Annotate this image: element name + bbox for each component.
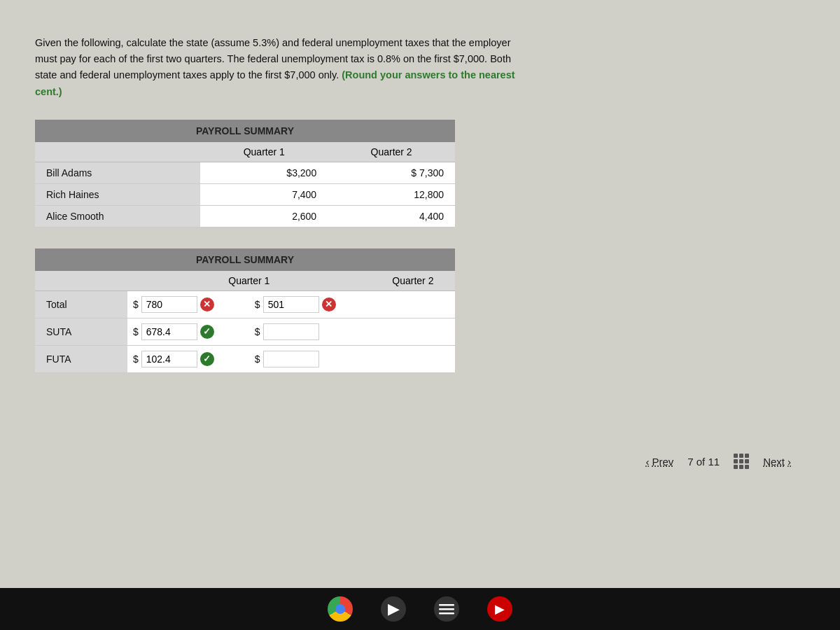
q1-value: 7,400 <box>200 183 328 205</box>
q1-input-cell: $ ✕ <box>127 290 249 318</box>
prev-chevron: ‹ <box>645 456 649 468</box>
navigation-bar: ‹ Prev 7 of 11 Next › <box>645 454 791 469</box>
employee-name: Bill Adams <box>35 162 200 183</box>
dollar-sign: $ <box>255 299 260 310</box>
page-total: 11 <box>708 456 720 468</box>
play-icon[interactable]: ▶ <box>381 596 406 622</box>
q2-value: 4,400 <box>328 205 455 227</box>
q2-value: 12,800 <box>328 183 455 205</box>
table-row: Rich Haines 7,400 12,800 <box>35 183 455 205</box>
row-label: SUTA <box>35 318 127 345</box>
svg-rect-0 <box>439 604 454 606</box>
menu-icon[interactable] <box>434 596 459 622</box>
q1-value: $3,200 <box>200 162 328 183</box>
q2-input-cell: $ <box>249 345 371 372</box>
correct-icon: ✓ <box>200 352 214 366</box>
page-info: 7 of 11 <box>687 456 720 468</box>
wrong-icon: ✕ <box>200 298 214 312</box>
prev-button[interactable]: ‹ Prev <box>645 456 673 468</box>
q2-input-cell: $ <box>249 318 371 345</box>
q2-input[interactable] <box>263 296 319 313</box>
table-row: Total $ ✕ $ ✕ <box>35 290 455 318</box>
q2-input[interactable] <box>263 323 319 340</box>
wrong-icon: ✕ <box>322 298 336 312</box>
table1-col2: Quarter 2 <box>328 142 455 162</box>
grid-icon[interactable] <box>734 454 749 469</box>
dollar-sign: $ <box>133 299 139 310</box>
q1-input-cell: $ ✓ <box>127 345 249 372</box>
q1-input[interactable] <box>141 351 197 368</box>
youtube-icon[interactable]: ▶ <box>487 596 512 622</box>
table-row: Alice Smooth 2,600 4,400 <box>35 205 455 227</box>
next-button[interactable]: Next › <box>763 456 791 468</box>
chrome-icon[interactable] <box>328 596 353 622</box>
payroll-table-1: PAYROLL SUMMARY Quarter 1 Quarter 2 Bill… <box>35 120 455 227</box>
row-label: FUTA <box>35 345 127 372</box>
prev-label: Prev <box>652 456 673 468</box>
svg-rect-1 <box>439 608 454 610</box>
question-text: Given the following, calculate the state… <box>35 35 525 100</box>
dollar-sign: $ <box>133 354 139 365</box>
next-label: Next <box>763 456 785 468</box>
next-chevron: › <box>788 456 791 468</box>
dollar-sign: $ <box>255 354 260 365</box>
table-row: Bill Adams $3,200 $ 7,300 <box>35 162 455 183</box>
page-current: 7 <box>687 456 693 468</box>
q1-input[interactable] <box>141 296 197 313</box>
dollar-sign: $ <box>133 326 139 337</box>
table2-col2: Quarter 2 <box>371 271 455 291</box>
employee-name: Rich Haines <box>35 183 200 205</box>
dollar-sign: $ <box>255 326 260 337</box>
table-row: SUTA $ ✓ $ <box>35 318 455 345</box>
table-row: FUTA $ ✓ $ <box>35 345 455 372</box>
q1-value: 2,600 <box>200 205 328 227</box>
q2-value: $ 7,300 <box>328 162 455 183</box>
taskbar: ▶ ▶ <box>0 588 840 630</box>
correct-icon: ✓ <box>200 325 214 339</box>
table1-title: PAYROLL SUMMARY <box>35 120 455 142</box>
q1-input[interactable] <box>141 323 197 340</box>
q2-input-cell: $ ✕ <box>249 290 371 318</box>
table2-title: PAYROLL SUMMARY <box>35 248 455 271</box>
q1-input-cell: $ ✓ <box>127 318 249 345</box>
row-label: Total <box>35 290 127 318</box>
payroll-table-2: PAYROLL SUMMARY Quarter 1 Quarter 2 Tota… <box>35 248 455 373</box>
employee-name: Alice Smooth <box>35 205 200 227</box>
q2-input[interactable] <box>263 351 319 368</box>
svg-rect-2 <box>439 612 454 615</box>
table2-col1: Quarter 1 <box>127 271 371 291</box>
table1-col1: Quarter 1 <box>200 142 328 162</box>
